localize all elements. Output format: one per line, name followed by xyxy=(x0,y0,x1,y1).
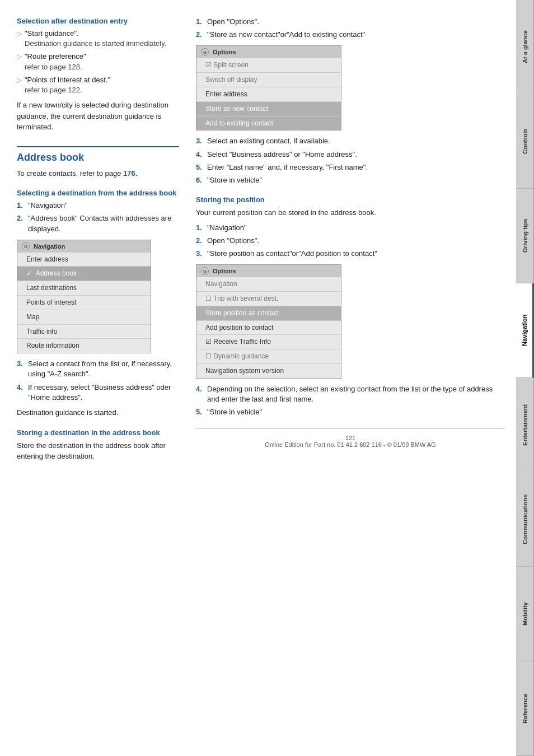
opt2-navigation[interactable]: Navigation xyxy=(196,277,341,292)
arrow-icon-1: ▷ xyxy=(17,29,22,39)
left-column: Selection after destination entry ▷ "Sta… xyxy=(17,17,190,745)
check-traffic-icon: ☑ xyxy=(205,338,212,346)
check-dynamic-icon: ☐ xyxy=(205,352,212,360)
right-column: 1. Open "Options". 2. "Store as new cont… xyxy=(190,17,505,745)
bullet-list-1: ▷ "Start guidance". Destination guidance… xyxy=(17,29,179,95)
opt2-trip-several[interactable]: ☐ Trip with several dest. xyxy=(196,292,341,306)
nav-step-2: 2. "Address book" Contacts with addresse… xyxy=(17,213,179,234)
tab-communications[interactable]: Communications xyxy=(516,472,534,567)
nav-menu-item-enter-address[interactable]: Enter address xyxy=(17,253,151,267)
tab-at-a-glance[interactable]: At a glance xyxy=(516,0,534,94)
nav-menu-item-route[interactable]: Route information xyxy=(17,339,151,353)
opt1-enter-address[interactable]: Enter address xyxy=(196,87,341,102)
bullet-item-1: ▷ "Start guidance". Destination guidance… xyxy=(17,29,179,49)
nav-icon xyxy=(22,242,30,250)
checkmark-icon: ✓ xyxy=(26,269,32,277)
opt1-switch-off[interactable]: Switch off display xyxy=(196,73,341,87)
pos-step-3: 3. "Store position as contact"or"Add pos… xyxy=(196,249,505,259)
opt1-store-new-contact[interactable]: Store as new contact xyxy=(196,102,341,116)
section3-heading: Storing a destination in the address boo… xyxy=(17,428,179,437)
pos-steps-list: 1. "Navigation" 2. Open "Options". 3. "S… xyxy=(196,223,505,259)
opt2-store-pos-contact[interactable]: Store position as contact xyxy=(196,306,341,321)
link-176[interactable]: 176 xyxy=(123,169,135,178)
nav-menu-item-address-book[interactable]: ✓ Address book xyxy=(17,267,151,281)
options-menu-1: Options ☑ Split screen Switch off displa… xyxy=(196,45,341,130)
tab-reference[interactable]: Reference xyxy=(516,661,534,756)
tab-entertainment[interactable]: Entertainment xyxy=(516,378,534,473)
nav-menu-title: Navigation xyxy=(17,240,151,253)
pos-step-2: 2. Open "Options". xyxy=(196,236,505,246)
tab-navigation[interactable]: Navigation xyxy=(516,283,534,378)
tab-driving-tips[interactable]: Driving tips xyxy=(516,189,534,283)
section2-heading: Selecting a destination from the address… xyxy=(17,189,179,197)
storing-pos-para: Your current position can be stored in t… xyxy=(196,207,505,218)
pos-step-1: 1. "Navigation" xyxy=(196,223,505,233)
opt2-add-pos-contact[interactable]: Add position to contact xyxy=(196,321,341,335)
store-steps-list: 1. Open "Options". 2. "Store as new cont… xyxy=(196,17,505,40)
edition-text: Online Edition for Part no. 01 41 2 602 … xyxy=(196,441,505,448)
pos-step-5: 5. "Store in vehicle" xyxy=(196,407,505,417)
pos-steps-list-2: 4. Depending on the selection, select an… xyxy=(196,384,505,418)
bullet-item-3: ▷ "Points of Interest at dest." refer to… xyxy=(17,75,179,95)
nav-steps-list-2: 3. Select a contact from the list or, if… xyxy=(17,359,179,403)
store-step-2: 2. "Store as new contact"or"Add to exist… xyxy=(196,30,505,40)
store-step-1: 1. Open "Options". xyxy=(196,17,505,27)
page-number: 121 xyxy=(196,435,505,441)
bullet-item-2: ▷ "Route preference" refer to page 128. xyxy=(17,52,179,72)
store-step-4: 4. Select "Business address" or "Home ad… xyxy=(196,150,505,160)
nav-menu-item-traffic[interactable]: Traffic info xyxy=(17,325,151,339)
opt2-dynamic-guidance[interactable]: ☐ Dynamic guidance xyxy=(196,349,341,364)
opt2-receive-traffic[interactable]: ☑ Receive Traffic Info xyxy=(196,335,341,349)
storing-position-heading: Storing the position xyxy=(196,195,505,204)
major-heading-address-book: Address book xyxy=(17,146,179,164)
options-menu-2: Options Navigation ☐ Trip with several d… xyxy=(196,264,341,379)
options-icon-1 xyxy=(201,48,209,56)
para-termination: If a new town/city is selected during de… xyxy=(17,100,179,133)
options-menu-1-title: Options xyxy=(196,46,341,58)
page-footer: 121 Online Edition for Part no. 01 41 2 … xyxy=(196,428,505,456)
options-icon-2 xyxy=(201,267,209,275)
address-book-intro: To create contacts, refer to page 176. xyxy=(17,168,179,179)
arrow-icon-3: ▷ xyxy=(17,76,22,85)
nav-steps-list: 1. "Navigation" 2. "Address book" Contac… xyxy=(17,200,179,234)
options-menu-2-title: Options xyxy=(196,265,341,277)
opt2-nav-version[interactable]: Navigation system version xyxy=(196,364,341,378)
tab-mobility[interactable]: Mobility xyxy=(516,567,534,661)
store-steps-list-2: 3. Select an existing contact, if availa… xyxy=(196,136,505,185)
store-step-3: 3. Select an existing contact, if availa… xyxy=(196,136,505,146)
check-icon-split: ☑ xyxy=(205,61,212,69)
section3-para: Store the destination in the address boo… xyxy=(17,440,179,462)
arrow-icon-2: ▷ xyxy=(17,52,22,62)
store-step-5: 5. Enter "Last name" and, if necessary, … xyxy=(196,162,505,172)
nav-menu-item-last-dest[interactable]: Last destinations xyxy=(17,281,151,296)
opt1-split-screen[interactable]: ☑ Split screen xyxy=(196,58,341,73)
section1-heading: Selection after destination entry xyxy=(17,17,179,25)
opt1-add-existing-contact[interactable]: Add to existing contact xyxy=(196,116,341,130)
tab-strip: At a glance Controls Driving tips Naviga… xyxy=(516,0,534,756)
nav-step-1: 1. "Navigation" xyxy=(17,200,179,211)
dest-started-text: Destination guidance is started. xyxy=(17,407,179,418)
check-empty-icon: ☐ xyxy=(205,295,212,302)
nav-menu-item-map[interactable]: Map xyxy=(17,310,151,325)
nav-step-3: 3. Select a contact from the list or, if… xyxy=(17,359,179,379)
pos-step-4: 4. Depending on the selection, select an… xyxy=(196,384,505,404)
nav-menu-item-poi[interactable]: Points of interest xyxy=(17,296,151,310)
store-step-6: 6. "Store in vehicle" xyxy=(196,175,505,185)
nav-step-4: 4. If necessary, select "Business addres… xyxy=(17,382,179,403)
tab-controls[interactable]: Controls xyxy=(516,94,534,189)
navigation-menu-mockup: Navigation Enter address ✓ Address book … xyxy=(17,240,151,354)
